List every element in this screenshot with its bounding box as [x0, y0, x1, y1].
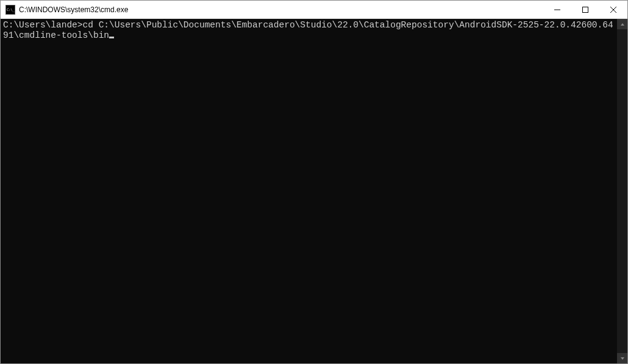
terminal[interactable]: C:\Users\lande>cd C:\Users\Public\Docume…: [1, 19, 617, 363]
cmd-window: C:\WINDOWS\system32\cmd.exe C:\Users\lan: [0, 0, 628, 364]
svg-rect-0: [554, 9, 560, 10]
minimize-icon: [554, 7, 560, 13]
maximize-icon: [582, 7, 588, 13]
chevron-down-icon: [620, 356, 625, 361]
terminal-cursor: [109, 37, 114, 38]
window-title: C:\WINDOWS\system32\cmd.exe: [19, 5, 543, 14]
svg-marker-4: [621, 23, 624, 26]
minimize-button[interactable]: [543, 1, 571, 18]
svg-marker-5: [621, 357, 624, 360]
cmd-icon: [5, 5, 15, 15]
scrollbar-down-button[interactable]: [617, 353, 627, 363]
terminal-wrapper: C:\Users\lande>cd C:\Users\Public\Docume…: [1, 19, 627, 363]
titlebar[interactable]: C:\WINDOWS\system32\cmd.exe: [1, 1, 627, 19]
scrollbar-up-button[interactable]: [617, 19, 627, 29]
chevron-up-icon: [620, 22, 625, 27]
maximize-button[interactable]: [571, 1, 599, 18]
close-button[interactable]: [599, 1, 627, 18]
close-icon: [610, 7, 616, 13]
vertical-scrollbar[interactable]: [617, 19, 627, 363]
svg-rect-1: [583, 7, 588, 12]
scrollbar-track[interactable]: [617, 29, 627, 353]
terminal-command: cd C:\Users\Public\Documents\Embarcadero…: [3, 20, 613, 40]
window-controls: [543, 1, 627, 18]
terminal-prompt: C:\Users\lande>: [3, 20, 83, 30]
